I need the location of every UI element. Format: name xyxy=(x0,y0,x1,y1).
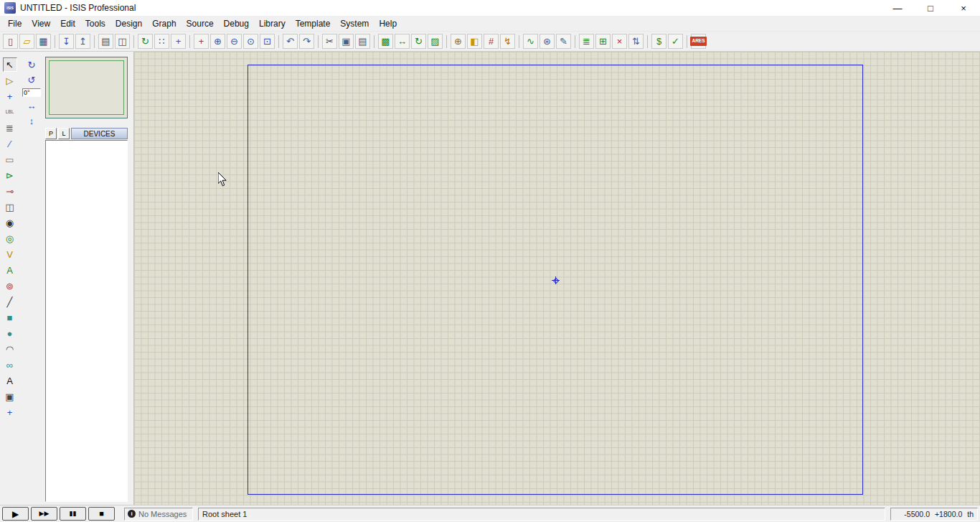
stop-button[interactable]: ■ xyxy=(88,507,115,521)
virtual-instruments-mode-button[interactable]: ⊚ xyxy=(3,279,17,293)
menu-template[interactable]: Template xyxy=(291,17,336,30)
2d-path-mode-button[interactable]: ∞ xyxy=(3,358,17,372)
menu-help[interactable]: Help xyxy=(374,17,402,30)
goto-sheet-button[interactable]: ⇅ xyxy=(628,34,644,49)
current-probe-mode-button[interactable]: A xyxy=(3,263,17,277)
block-copy-button[interactable]: ▩ xyxy=(378,34,393,49)
2d-symbols-mode-button[interactable]: ▣ xyxy=(3,389,17,404)
print-button[interactable]: ▤ xyxy=(98,34,113,49)
electrical-rules-check-button[interactable]: ✓ xyxy=(668,34,683,49)
center-at-cursor-button[interactable]: + xyxy=(194,34,209,49)
buses-mode-button[interactable]: ∕ xyxy=(3,136,17,151)
window-controls: —□× xyxy=(881,0,980,16)
menu-source[interactable]: Source xyxy=(182,17,219,30)
new-design-button[interactable]: ▯ xyxy=(3,34,18,49)
toggle-grid-button[interactable]: ∷ xyxy=(154,34,169,49)
redraw-display-button[interactable]: ↻ xyxy=(138,34,153,49)
zoom-all-button[interactable]: ⊙ xyxy=(243,34,258,49)
property-assignment-button[interactable]: ✎ xyxy=(556,34,571,49)
new-sheet-button[interactable]: ⊞ xyxy=(595,34,611,49)
2d-box-mode-button[interactable]: ■ xyxy=(3,310,17,325)
2d-text-mode-button[interactable]: A xyxy=(3,373,17,388)
path-icon: ∞ xyxy=(6,360,13,370)
decompose-button[interactable]: ↯ xyxy=(500,34,515,49)
2d-circle-mode-button[interactable]: ● xyxy=(3,326,17,340)
bill-of-materials-button[interactable]: $ xyxy=(651,34,666,49)
close-button[interactable]: × xyxy=(947,0,980,16)
pick-parts-button[interactable]: ⊕ xyxy=(451,34,466,49)
play-button[interactable]: ▶ xyxy=(2,507,29,521)
object-selector-list[interactable] xyxy=(45,140,128,502)
zoom-area-button[interactable]: ⊡ xyxy=(260,34,275,49)
status-bar: ▶▶▶▮▮■ i No Messages Root sheet 1 -5500.… xyxy=(0,505,980,522)
bus-icon: ∕ xyxy=(9,139,10,149)
wire-autorouter-button[interactable]: ∿ xyxy=(523,34,538,49)
terminals-mode-button[interactable]: ⊳ xyxy=(3,168,17,182)
pick-devices-button[interactable]: P xyxy=(45,128,57,139)
component-mode-button[interactable]: ▷ xyxy=(3,73,17,88)
menu-debug[interactable]: Debug xyxy=(219,17,254,30)
undo-button[interactable]: ↶ xyxy=(283,34,298,49)
make-device-button[interactable]: ◧ xyxy=(467,34,482,49)
menu-library[interactable]: Library xyxy=(254,17,291,30)
remove-sheet-button[interactable]: × xyxy=(612,34,627,49)
packaging-tool-button[interactable]: # xyxy=(484,34,499,49)
rotation-angle-field[interactable] xyxy=(22,88,41,97)
step-button[interactable]: ▶▶ xyxy=(31,507,57,521)
junction-dot-mode-button[interactable]: + xyxy=(3,89,17,103)
2d-arc-mode-button[interactable]: ◠ xyxy=(3,342,17,356)
schematic-canvas[interactable] xyxy=(133,52,980,505)
open-design-button[interactable]: ▱ xyxy=(19,34,34,49)
pause-button[interactable]: ▮▮ xyxy=(60,507,86,521)
text-script-mode-button[interactable]: ≣ xyxy=(3,121,17,135)
paste-button[interactable]: ▤ xyxy=(355,34,370,49)
menu-system[interactable]: System xyxy=(335,17,374,30)
subcircuit-icon: ▭ xyxy=(5,155,14,164)
overview-window[interactable] xyxy=(45,57,128,118)
import-section-button[interactable]: ↧ xyxy=(59,34,74,49)
menu-view[interactable]: View xyxy=(27,17,55,30)
block-delete-button[interactable]: ▨ xyxy=(428,34,443,49)
graph-mode-button[interactable]: ◫ xyxy=(3,200,17,214)
save-design-button[interactable]: ▦ xyxy=(36,34,51,49)
menu-graph[interactable]: Graph xyxy=(147,17,181,30)
tape-recorder-mode-button[interactable]: ◉ xyxy=(3,215,17,230)
2d-line-mode-button[interactable]: ╱ xyxy=(3,294,17,309)
menu-file[interactable]: File xyxy=(3,17,27,30)
mirror-vertical-button[interactable]: ↕ xyxy=(24,114,39,127)
maximize-button[interactable]: □ xyxy=(914,0,947,16)
rotate-clockwise-button[interactable]: ↻ xyxy=(24,58,39,71)
block-delete-icon: ▨ xyxy=(430,37,439,46)
mark-output-area-button[interactable]: ◫ xyxy=(115,34,130,49)
search-and-tag-button[interactable]: ⊛ xyxy=(540,34,555,49)
toolbar-separator xyxy=(647,35,648,48)
copy-button[interactable]: ▣ xyxy=(339,34,354,49)
origin-cross-icon: + xyxy=(176,37,182,46)
design-explorer-button[interactable]: ≣ xyxy=(579,34,594,49)
device-pins-mode-button[interactable]: ⊸ xyxy=(3,184,17,198)
rotate-anticlockwise-button[interactable]: ↺ xyxy=(24,73,39,86)
export-section-button[interactable]: ↥ xyxy=(75,34,90,49)
block-rotate-button[interactable]: ↻ xyxy=(411,34,426,49)
wire-label-mode-button[interactable]: LBL xyxy=(3,105,17,119)
zoom-in-button[interactable]: ⊕ xyxy=(210,34,225,49)
generator-mode-button[interactable]: ◎ xyxy=(3,231,17,246)
menu-edit[interactable]: Edit xyxy=(55,17,80,30)
menu-design[interactable]: Design xyxy=(110,17,147,30)
block-move-button[interactable]: ↔ xyxy=(395,34,410,49)
library-manager-button[interactable]: L xyxy=(58,128,70,139)
zoom-out-button[interactable]: ⊖ xyxy=(227,34,242,49)
subcircuit-mode-button[interactable]: ▭ xyxy=(3,152,17,167)
menu-tools[interactable]: Tools xyxy=(80,17,110,30)
graph-icon: ◫ xyxy=(5,202,14,212)
2d-markers-mode-button[interactable]: + xyxy=(3,405,17,419)
toolbar-separator xyxy=(446,35,447,48)
voltage-probe-mode-button[interactable]: V xyxy=(3,247,17,261)
toggle-false-origin-button[interactable]: + xyxy=(171,34,186,49)
minimize-button[interactable]: — xyxy=(881,0,914,16)
mirror-horizontal-button[interactable]: ↔ xyxy=(24,99,39,112)
selection-mode-button[interactable]: ↖ xyxy=(3,57,17,72)
redo-button[interactable]: ↷ xyxy=(299,34,314,49)
netlist-to-ares-button[interactable]: ARES xyxy=(691,34,706,49)
cut-button[interactable]: ✂ xyxy=(322,34,337,49)
